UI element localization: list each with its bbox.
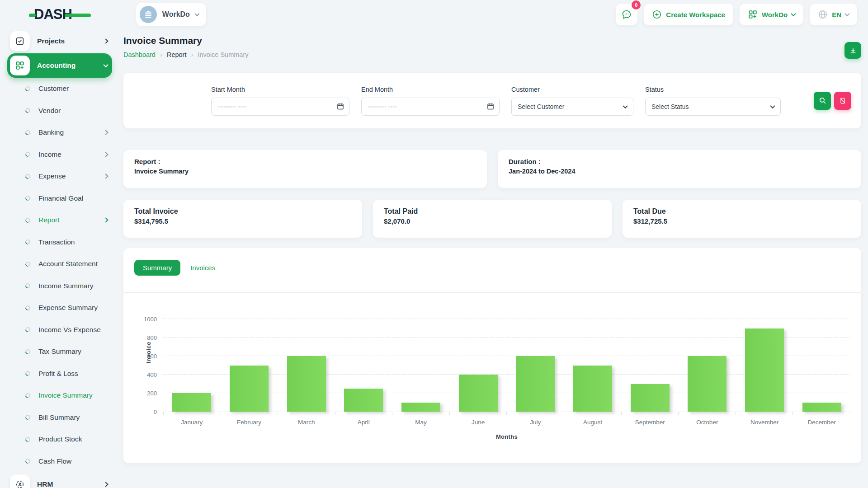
end-month-label: End Month <box>361 86 500 93</box>
chevron-down-icon <box>770 103 775 108</box>
customer-select[interactable]: Select Customer <box>511 98 633 116</box>
sidebar-item-vendor[interactable]: Vendor <box>7 100 112 122</box>
bullet-icon <box>24 85 32 92</box>
x-tick <box>507 412 564 415</box>
duration-card: Duration : Jan-2024 to Dec-2024 <box>498 150 861 188</box>
building-icon <box>144 10 153 19</box>
status-select-value: Select Status <box>651 103 689 110</box>
create-workspace-button[interactable]: Create Workspace <box>644 4 733 25</box>
sidebar-item-report[interactable]: Report <box>7 209 112 231</box>
bullet-icon <box>24 216 32 224</box>
sidebar-item-projects[interactable]: Projects <box>7 29 112 53</box>
customer-group: Customer Select Customer <box>511 86 633 116</box>
sidebar-item-accounting[interactable]: Accounting <box>7 53 112 78</box>
breadcrumb-dashboard[interactable]: Dashboard <box>123 51 156 58</box>
x-tick-label: May <box>392 419 450 426</box>
sidebar-item-customer[interactable]: Customer <box>7 78 112 100</box>
app-menu-label: WorkDo <box>762 11 788 19</box>
sidebar-item-expense-summary[interactable]: Expense Summary <box>7 297 112 319</box>
total-invoice-value: $314,795.5 <box>134 217 351 225</box>
end-month-input[interactable] <box>361 98 500 116</box>
sidebar-item-income-vs-expense[interactable]: Income Vs Expense <box>7 319 112 341</box>
sidebar-item-account-statement[interactable]: Account Statement <box>7 253 112 275</box>
sidebar-item-income-summary[interactable]: Income Summary <box>7 275 112 297</box>
report-card-value: Invoice Summary <box>134 168 476 175</box>
sidebar-item-profit-loss[interactable]: Profit & Loss <box>7 363 112 385</box>
reset-filter-button[interactable] <box>834 92 851 110</box>
sidebar-item-transaction[interactable]: Transaction <box>7 231 112 253</box>
sidebar-item-invoice-summary[interactable]: Invoice Summary <box>7 385 112 407</box>
bullet-icon <box>24 129 32 136</box>
sidebar-item-tax-summary[interactable]: Tax Summary <box>7 341 112 363</box>
chart-x-labels: JanuaryFebruaryMarchAprilMayJuneJulyAugu… <box>163 419 850 426</box>
x-tick <box>793 412 850 415</box>
sidebar-item-product-stock[interactable]: Product Stock <box>7 428 112 450</box>
chevron-down-icon <box>791 11 796 16</box>
sidebar-item-hrm[interactable]: HRM <box>7 472 112 488</box>
sidebar-item-expense[interactable]: Expense <box>7 165 112 188</box>
bar-october <box>688 356 726 412</box>
status-group: Status Select Status <box>645 86 781 116</box>
bar-slot <box>736 319 793 412</box>
chevron-right-icon <box>103 152 108 157</box>
total-due-card: Total Due $312,725.5 <box>623 200 861 238</box>
sidebar-item-income[interactable]: Income <box>7 144 112 166</box>
bar-march <box>287 356 326 412</box>
bullet-icon <box>24 107 32 114</box>
bar-january <box>172 393 211 412</box>
bar-slot <box>621 319 679 412</box>
workspace-switcher[interactable]: WorkDo <box>136 3 206 26</box>
messages-button[interactable]: 0 <box>616 4 637 25</box>
chevron-right-icon <box>103 174 108 179</box>
create-workspace-label: Create Workspace <box>666 11 725 19</box>
sidebar-item-cash-flow[interactable]: Cash Flow <box>7 450 112 473</box>
chevron-down-icon <box>194 11 199 16</box>
start-month-label: Start Month <box>211 86 349 93</box>
sidebar-item-label: HRM <box>37 480 53 488</box>
app-logo[interactable]: DASH <box>29 6 91 23</box>
app-menu-button[interactable]: WorkDo <box>740 4 803 25</box>
x-tick-label: February <box>221 419 278 426</box>
calendar-icon <box>336 102 344 110</box>
bar-september <box>631 384 670 412</box>
x-tick <box>622 412 679 415</box>
bar-slot <box>679 319 736 412</box>
bar-slot <box>163 319 221 412</box>
customer-label: Customer <box>511 86 633 93</box>
x-tick <box>564 412 622 415</box>
grid-plus-icon <box>748 9 758 19</box>
x-tick-label: April <box>335 419 392 426</box>
tab-summary[interactable]: Summary <box>134 260 180 276</box>
bar-december <box>802 403 841 412</box>
status-select[interactable]: Select Status <box>645 98 781 116</box>
chevron-right-icon <box>103 38 108 43</box>
search-icon <box>819 97 826 104</box>
sidebar-item-financial-goal[interactable]: Financial Goal <box>7 188 112 210</box>
bar-slot <box>278 319 335 412</box>
chevron-down-icon <box>623 103 627 108</box>
bullet-icon <box>24 370 32 377</box>
bullet-icon <box>24 414 32 421</box>
bar-slot <box>392 319 450 412</box>
breadcrumb-report[interactable]: Report <box>167 51 187 58</box>
language-selector[interactable]: EN <box>810 4 857 25</box>
x-tick <box>450 412 507 415</box>
chart-plot: 02004006008001000 <box>163 319 850 412</box>
main-content: Invoice Summary Dashboard › Report › Inv… <box>118 29 868 479</box>
tab-invoices[interactable]: Invoices <box>190 264 215 272</box>
duration-card-value: Jan-2024 to Dec-2024 <box>509 168 850 175</box>
x-tick <box>736 412 793 415</box>
duration-card-label: Duration : <box>509 158 850 165</box>
apply-filter-button[interactable] <box>814 92 831 110</box>
chart-x-axis-title: Months <box>163 433 850 440</box>
sidebar-item-bill-summary[interactable]: Bill Summary <box>7 407 112 429</box>
bar-slot <box>564 319 622 412</box>
start-month-input[interactable] <box>211 98 349 116</box>
chart-x-ticks <box>163 412 850 415</box>
report-card: Report : Invoice Summary <box>123 150 487 188</box>
sidebar-item-banking[interactable]: Banking <box>7 122 112 144</box>
download-button[interactable] <box>844 42 861 59</box>
start-month-group: Start Month <box>211 86 349 116</box>
workspace-name: WorkDo <box>162 10 190 19</box>
y-tick-label: 400 <box>147 371 157 378</box>
